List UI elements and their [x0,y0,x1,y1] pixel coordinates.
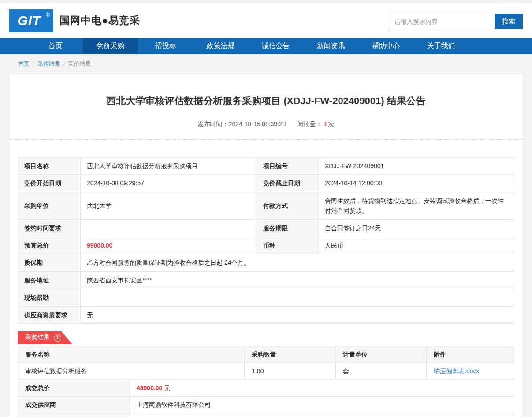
field-label: 竞价开始日期 [18,175,81,192]
purchase-quantity: 1.00 [245,363,336,379]
nav-item-help[interactable]: 帮助中心 [358,38,413,54]
table-row: 预算总价 99000.00 币种 人民币 [18,237,514,254]
announcement-card: 西北大学审核评估数据分析服务采购项目 (XDJJ-FW-202409001) 结… [9,73,523,417]
publish-info: 发布时间：2024-10-15 08:39:28阅读量：4次 [9,120,523,128]
publish-time-value: 2024-10-15 08:39:28 [229,120,286,128]
page-top-gap [0,0,532,3]
field-label: 预算总价 [18,237,81,254]
table-row: 现场踏勘 [18,289,514,306]
measure-unit: 套 [336,363,427,379]
table-row: 竞价开始日期 2024-10-08 09:29:57 竞价截止日期 2024-1… [18,175,514,192]
publish-time-label: 发布时间： [198,120,229,128]
field-value: 陕西省西安市长安区**** [81,271,514,289]
field-label: 服务地址 [18,271,81,289]
field-value [81,219,257,237]
deal-total-value: 48900.00 元 [130,379,514,396]
field-value: 2024-10-08 09:29:57 [81,175,257,192]
field-label: 项目名称 [18,158,81,175]
table-row: 成交总价 48900.00 元 [18,379,514,396]
nav-item-policy[interactable]: 政策法规 [193,38,248,54]
table-header-row: 服务名称 采购数量 计量单位 附件 [18,346,514,363]
table-row: 服务地址 陕西省西安市长安区**** [18,271,514,289]
field-value: 人民币 [319,237,514,254]
breadcrumb-separator: / [33,60,34,67]
field-label: 质保期 [18,254,81,271]
field-label: 竞价截止日期 [257,175,319,192]
deal-total-amount: 48900.00 [137,384,162,391]
views-unit: 次 [328,120,334,128]
views-label: 阅读量： [298,120,322,128]
nav-item-about[interactable]: 关于我们 [413,38,469,54]
nav-item-tender[interactable]: 招投标 [138,38,193,54]
nav-item-news[interactable]: 新闻资讯 [303,38,358,54]
table-row: 审核评估数据分析服务 1.00 套 响应偏离表.docx [18,363,514,379]
result-tag-label: 采购结果 [25,334,50,342]
site-header: GIT ® 国网中电●易竞采 搜索 [0,3,532,38]
service-name: 审核评估数据分析服务 [18,363,245,379]
column-header: 采购数量 [245,346,336,363]
field-label: 服务期限 [257,219,319,237]
deal-supplier: 上海商鼎软件科技有限公司 [130,396,514,413]
site-logo[interactable]: GIT ® [9,9,53,32]
table-row: 采购单位 西北大学 付款方式 合同生效后，待货物到达指定地点、安装调试验收合格后… [18,192,514,219]
title-divider [9,139,523,140]
search-button[interactable]: 搜索 [495,14,523,29]
field-value [81,289,514,306]
field-value: 无 [81,306,514,323]
field-value: 自合同签订之日24天 [319,219,514,237]
field-label: 现场踏勘 [18,289,81,306]
table-row: 质保期 乙方对合同服务的质量保证期为验收合格后之日起 24个月。 [18,254,514,271]
field-value: XDJJ-FW-202409001 [319,158,514,175]
search-bar: 搜索 [390,14,523,29]
table-row: 供应商资质要求 无 [18,306,514,323]
search-input[interactable] [390,14,495,29]
logo-text: GIT [18,13,45,28]
table-row: 成交供应商 上海商鼎软件科技有限公司 [18,396,514,413]
nav-item-integrity[interactable]: 诚信公告 [248,38,303,54]
breadcrumb-separator: / [63,60,65,67]
nav-item-home[interactable]: 首页 [28,38,83,54]
nav-item-bidding-purchase[interactable]: 竞价采购 [83,38,138,54]
breadcrumb: 首页/采购结果/竞价结果 [0,54,532,73]
column-header: 附件 [427,346,514,363]
breadcrumb-section-link[interactable]: 采购结果 [37,60,60,67]
field-label: 成交总价 [18,379,130,396]
field-value: 西北大学 [81,192,257,219]
column-header: 服务名称 [18,346,245,363]
deal-total-unit: 元 [164,384,170,391]
field-value: 2024-10-14 12:00:00 [319,175,514,192]
procurement-result-table: 服务名称 采购数量 计量单位 附件 审核评估数据分析服务 1.00 套 响应偏离… [18,346,514,380]
field-label: 付款方式 [257,192,319,219]
field-label: 签约时间要求 [18,219,81,237]
page-title: 西北大学审核评估数据分析服务采购项目 (XDJJ-FW-202409001) 结… [9,74,523,108]
field-label: 项目编号 [257,158,319,175]
field-label: 采购单位 [18,192,81,219]
project-info-table: 项目名称 西北大学审核评估数据分析服务采购项目 项目编号 XDJJ-FW-202… [18,157,514,324]
field-label: 质保及售后服务 [18,413,130,417]
table-row: 项目名称 西北大学审核评估数据分析服务采购项目 项目编号 XDJJ-FW-202… [18,158,514,175]
table-row: 质保及售后服务 服务期：自合同签订之日起2年。 质保期：自验收合格之日起2年。 [18,413,514,417]
result-count-badge: 1 [54,334,61,342]
budget-total-value: 99000.00 [81,237,257,254]
field-value: 西北大学审核评估数据分析服务采购项目 [81,158,257,175]
views-count: 4 [324,120,327,128]
field-label: 成交供应商 [18,396,130,413]
table-row: 签约时间要求 服务期限 自合同签订之日24天 [18,219,514,237]
site-name: 国网中电●易竞采 [60,14,140,27]
field-label: 供应商资质要求 [18,306,81,323]
breadcrumb-current: 竞价结果 [68,60,91,67]
attachment-link[interactable]: 响应偏离表.docx [434,368,479,375]
registered-trademark-icon: ® [46,12,50,18]
procurement-result-tag: 采购结果 1 [18,331,72,344]
field-value: 合同生效后，待货物到达指定地点、安装调试验收合格后，一次性付清合同货款。 [319,192,514,219]
deal-warranty: 服务期：自合同签订之日起2年。 质保期：自验收合格之日起2年。 [130,413,514,417]
field-value: 乙方对合同服务的质量保证期为验收合格后之日起 24个月。 [81,254,514,271]
breadcrumb-home-link[interactable]: 首页 [18,60,30,67]
main-nav: 首页 竞价采购 招投标 政策法规 诚信公告 新闻资讯 帮助中心 关于我们 [0,38,532,54]
field-label: 币种 [257,237,319,254]
column-header: 计量单位 [336,346,427,363]
deal-summary-table: 成交总价 48900.00 元 成交供应商 上海商鼎软件科技有限公司 质保及售后… [18,379,514,417]
